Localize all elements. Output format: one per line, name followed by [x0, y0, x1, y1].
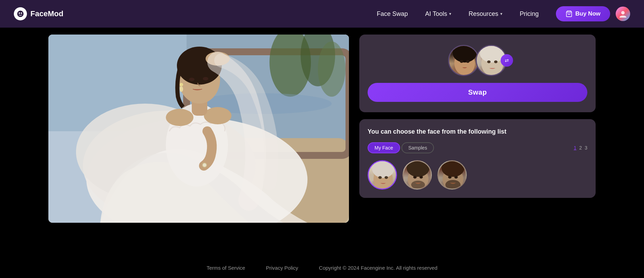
page-2[interactable]: 2 — [579, 145, 582, 151]
face-swap-card: ⇄ Swap — [359, 35, 596, 112]
face-samples — [368, 160, 587, 190]
swap-arrows-icon[interactable]: ⇄ — [501, 54, 513, 67]
svg-point-13 — [318, 41, 345, 97]
page-1[interactable]: 1 — [574, 145, 577, 151]
brand-name: FaceMod — [30, 9, 63, 18]
footer: Terms of Service Privacy Policy Copyrigh… — [0, 257, 644, 278]
face-sample-2[interactable] — [402, 160, 432, 190]
svg-point-28 — [180, 86, 183, 92]
svg-point-41 — [385, 176, 388, 179]
navbar: FaceMod Face Swap AI Tools ▾ Resources ▾… — [0, 0, 644, 28]
sample1-svg — [369, 161, 397, 190]
nav-pricing[interactable]: Pricing — [520, 10, 539, 18]
svg-point-0 — [17, 10, 24, 17]
svg-point-40 — [378, 176, 382, 179]
svg-point-44 — [413, 176, 417, 179]
face-tabs: My Face Samples 1 2 3 — [368, 142, 587, 153]
sample3-svg — [438, 161, 467, 190]
face-pagination: 1 2 3 — [574, 145, 587, 151]
tab-samples[interactable]: Samples — [401, 142, 434, 153]
face-sample-3-image — [438, 161, 466, 189]
source-face[interactable] — [448, 45, 479, 76]
svg-point-25 — [189, 78, 195, 81]
face-tab-group: My Face Samples — [368, 142, 434, 153]
face-sample-2-image — [404, 161, 431, 189]
bride-svg — [48, 35, 349, 223]
svg-point-46 — [411, 181, 425, 189]
svg-point-45 — [419, 176, 423, 179]
user-avatar[interactable] — [616, 7, 630, 21]
svg-point-32 — [460, 60, 463, 63]
svg-point-36 — [487, 60, 491, 63]
nav-ai-tools[interactable]: AI Tools ▾ — [425, 10, 451, 18]
right-panel: ⇄ Swap You can choose the face from the … — [359, 35, 596, 250]
chevron-down-icon: ▾ — [500, 11, 502, 16]
face-sample-3[interactable] — [437, 160, 467, 190]
svg-point-37 — [494, 60, 498, 63]
svg-point-26 — [203, 77, 208, 80]
swap-button[interactable]: Swap — [368, 83, 587, 102]
terms-link[interactable]: Terms of Service — [207, 265, 245, 271]
source-face-image — [449, 46, 478, 75]
copyright: Copyright © 2024 Facengine Inc. All righ… — [319, 265, 437, 271]
svg-point-19 — [166, 109, 193, 126]
face-sample-1[interactable] — [368, 160, 397, 190]
face1-svg — [449, 46, 479, 76]
svg-point-4 — [621, 11, 625, 15]
navbar-nav: Face Swap AI Tools ▾ Resources ▾ Pricing — [377, 10, 539, 18]
svg-point-20 — [204, 107, 231, 124]
face-list-card: You can choose the face from the followi… — [359, 119, 596, 198]
brand-icon — [14, 7, 27, 20]
svg-point-1 — [19, 12, 20, 14]
main-image — [48, 35, 349, 223]
face-sample-1-image — [369, 161, 396, 189]
svg-point-51 — [445, 180, 461, 190]
svg-point-27 — [180, 83, 183, 86]
navbar-actions: Buy Now — [556, 6, 630, 21]
nav-resources[interactable]: Resources ▾ — [468, 10, 502, 18]
cart-icon — [566, 10, 572, 17]
face-pair: ⇄ — [448, 45, 507, 76]
svg-point-29 — [202, 163, 207, 167]
buy-now-button[interactable]: Buy Now — [556, 6, 610, 21]
svg-point-33 — [466, 60, 470, 63]
main-content: ⇄ Swap You can choose the face from the … — [0, 28, 644, 257]
bride-figure — [48, 35, 349, 223]
main-image-area — [48, 35, 349, 250]
chevron-down-icon: ▾ — [449, 11, 451, 16]
sample2-svg — [404, 161, 432, 190]
tab-my-face[interactable]: My Face — [368, 142, 400, 153]
svg-point-49 — [448, 176, 452, 179]
page-3[interactable]: 3 — [585, 145, 587, 151]
svg-point-2 — [21, 12, 22, 14]
nav-face-swap[interactable]: Face Swap — [377, 10, 408, 18]
face-list-title: You can choose the face from the followi… — [368, 127, 587, 136]
svg-point-50 — [454, 176, 458, 179]
privacy-link[interactable]: Privacy Policy — [266, 265, 298, 271]
brand[interactable]: FaceMod — [14, 7, 377, 20]
